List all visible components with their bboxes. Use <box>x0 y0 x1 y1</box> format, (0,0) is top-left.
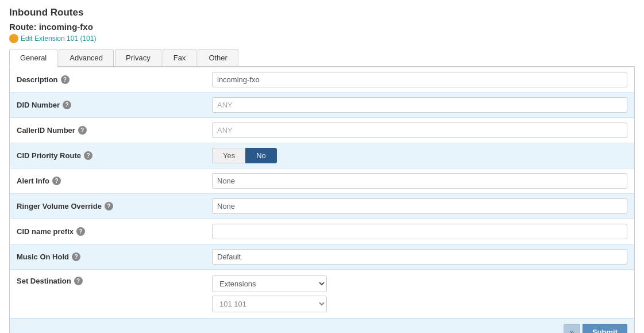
field-alert-info: Alert Info ? None <box>10 169 634 194</box>
did-number-value <box>205 93 634 117</box>
cid-name-prefix-value <box>205 219 634 244</box>
tab-fax[interactable]: Fax <box>163 49 197 66</box>
tab-general[interactable]: General <box>9 49 57 67</box>
alert-info-select[interactable]: None <box>212 173 627 189</box>
set-destination-label: Set Destination ? <box>10 270 205 291</box>
ringer-volume-override-help-icon[interactable]: ? <box>105 202 113 210</box>
ringer-volume-override-value: None <box>205 194 634 219</box>
field-cid-name-prefix: CID name prefix ? <box>10 219 634 244</box>
tab-other[interactable]: Other <box>198 49 238 66</box>
field-music-on-hold: Music On Hold ? Default <box>10 244 634 270</box>
set-destination-value: Extensions 101 101 <box>205 270 634 316</box>
page-title: Inbound Routes <box>9 7 635 18</box>
field-description: Description ? <box>10 67 634 93</box>
cid-priority-yes-button[interactable]: Yes <box>212 148 245 163</box>
ringer-volume-override-label: Ringer Volume Override ? <box>10 194 205 219</box>
callerid-number-input[interactable] <box>212 123 627 138</box>
description-label: Description ? <box>10 67 205 92</box>
tab-advanced[interactable]: Advanced <box>59 49 114 66</box>
field-cid-priority-route: CID Priority Route ? Yes No <box>10 143 634 169</box>
field-set-destination: Set Destination ? Extensions 101 101 <box>10 270 634 319</box>
cid-priority-no-button[interactable]: No <box>245 148 277 163</box>
did-number-label: DID Number ? <box>10 93 205 117</box>
description-value <box>205 67 634 92</box>
music-on-hold-value: Default <box>205 244 634 269</box>
cid-priority-route-value: Yes No <box>205 143 634 168</box>
form-container: Description ? DID Number ? CallerID Numb… <box>9 67 635 333</box>
cid-name-prefix-label: CID name prefix ? <box>10 219 205 244</box>
destination-detail-select[interactable]: 101 101 <box>212 296 327 312</box>
did-number-input[interactable] <box>212 97 627 113</box>
toggle-group: Yes No <box>212 148 277 163</box>
cid-priority-route-label: CID Priority Route ? <box>10 143 205 168</box>
field-callerid-number: CallerID Number ? <box>10 118 634 143</box>
submit-button[interactable]: Submit <box>583 324 627 333</box>
cid-name-prefix-input[interactable] <box>212 224 627 239</box>
field-ringer-volume-override: Ringer Volume Override ? None <box>10 194 634 219</box>
alert-info-help-icon[interactable]: ? <box>52 177 61 185</box>
alert-info-value: None <box>205 169 634 193</box>
callerid-number-label: CallerID Number ? <box>10 118 205 143</box>
edit-extension-link[interactable]: Edit Extension 101 (101) <box>21 35 96 43</box>
callerid-number-value <box>205 118 634 143</box>
music-on-hold-select[interactable]: Default <box>212 249 627 265</box>
route-title: Route: incoming-fxo <box>9 22 635 32</box>
cid-priority-route-help-icon[interactable]: ? <box>84 151 92 160</box>
description-input[interactable] <box>212 72 627 87</box>
submit-row: » Submit <box>10 319 634 333</box>
set-destination-help-icon[interactable]: ? <box>74 277 83 285</box>
callerid-number-help-icon[interactable]: ? <box>78 126 87 135</box>
edit-link-container: Edit Extension 101 (101) <box>9 34 635 43</box>
cid-name-prefix-help-icon[interactable]: ? <box>76 227 85 236</box>
field-did-number: DID Number ? <box>10 93 634 118</box>
tab-privacy[interactable]: Privacy <box>115 49 161 66</box>
tab-bar: General Advanced Privacy Fax Other <box>9 49 635 67</box>
description-help-icon[interactable]: ? <box>61 75 70 84</box>
destination-type-select[interactable]: Extensions <box>212 275 327 292</box>
alert-info-label: Alert Info ? <box>10 169 205 193</box>
avatar-icon <box>9 34 18 43</box>
music-on-hold-label: Music On Hold ? <box>10 244 205 269</box>
arrow-button[interactable]: » <box>564 324 580 333</box>
ringer-volume-override-select[interactable]: None <box>212 198 627 214</box>
did-number-help-icon[interactable]: ? <box>63 101 71 109</box>
music-on-hold-help-icon[interactable]: ? <box>72 252 80 261</box>
